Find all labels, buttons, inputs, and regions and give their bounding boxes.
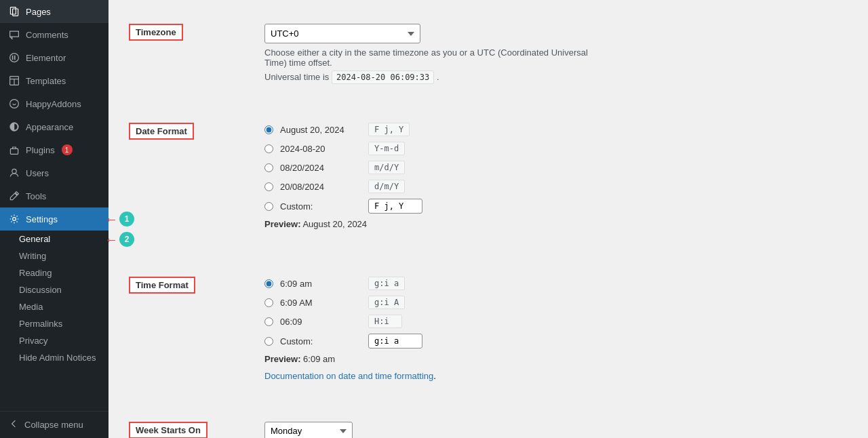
universal-prefix: Universal time is xyxy=(264,72,329,82)
date-format-radio-custom[interactable] xyxy=(264,202,273,211)
date-format-label-1: 2024-08-20 xyxy=(280,144,361,154)
sidebar-item-pages[interactable]: Pages xyxy=(0,0,108,23)
sidebar: Pages Comments Elementor Templates Happy… xyxy=(0,0,108,438)
timezone-select[interactable]: UTC+0 UTC+1 UTC-5 xyxy=(264,24,420,43)
date-format-option-1: 2024-08-20 Y-m-d xyxy=(264,142,848,155)
templates-icon xyxy=(8,75,20,87)
elementor-icon xyxy=(8,52,20,64)
date-format-label-0: August 20, 2024 xyxy=(280,125,361,135)
time-format-custom-input[interactable] xyxy=(368,334,422,349)
sidebar-item-templates[interactable]: Templates xyxy=(0,69,108,92)
week-starts-on-select[interactable]: Sunday Monday Tuesday Wednesday Thursday… xyxy=(264,422,353,438)
sidebar-subitem-hide-admin-notices[interactable]: Hide Admin Notices xyxy=(0,349,108,366)
settings-form-table: Timezone UTC+0 UTC+1 UTC-5 Choose either… xyxy=(129,14,848,438)
time-format-radio-2[interactable] xyxy=(264,317,273,326)
doc-link-suffix: . xyxy=(433,371,436,381)
svg-rect-0 xyxy=(10,7,16,14)
date-format-label-cell: Date Format xyxy=(129,113,264,246)
date-format-radio-3[interactable] xyxy=(264,182,273,191)
sidebar-item-settings-label: Settings xyxy=(26,214,58,224)
universal-time-value: 2024-08-20 06:09:33 xyxy=(332,71,434,84)
svg-rect-9 xyxy=(10,148,18,154)
time-format-code-0: g:i a xyxy=(368,277,405,290)
date-format-radio-0[interactable] xyxy=(264,125,273,134)
comments-icon xyxy=(8,28,20,41)
doc-link[interactable]: Documentation on date and time formattin… xyxy=(264,371,433,381)
svg-point-11 xyxy=(13,218,16,221)
happyaddons-icon xyxy=(8,98,20,110)
timezone-value-cell: UTC+0 UTC+1 UTC-5 Choose either a city i… xyxy=(264,14,848,92)
sidebar-subitem-writing[interactable]: Writing xyxy=(0,247,108,264)
time-format-label-0: 6:09 am xyxy=(280,279,361,289)
sidebar-subitem-permalinks[interactable]: Permalinks xyxy=(0,315,108,332)
time-format-code-2: H:i xyxy=(368,315,402,328)
date-format-preview-value: August 20, 2024 xyxy=(302,219,367,229)
sidebar-subitem-general[interactable]: General ← 2 xyxy=(0,231,108,247)
sidebar-bottom: Collapse menu xyxy=(0,411,108,438)
sidebar-item-users[interactable]: Users xyxy=(0,161,108,184)
badge-2: 2 xyxy=(119,232,134,247)
users-icon xyxy=(8,167,20,179)
sidebar-item-tools[interactable]: Tools xyxy=(0,184,108,207)
time-format-option-0: 6:09 am g:i a xyxy=(264,277,848,290)
week-starts-on-value-cell: Sunday Monday Tuesday Wednesday Thursday… xyxy=(264,412,848,438)
sidebar-item-plugins[interactable]: Plugins 1 xyxy=(0,138,108,161)
timezone-label-cell: Timezone xyxy=(129,14,264,92)
time-format-radio-0[interactable] xyxy=(264,279,273,288)
time-format-radio-custom[interactable] xyxy=(264,337,273,346)
sidebar-item-tools-label: Tools xyxy=(26,191,46,201)
sidebar-subitem-privacy[interactable]: Privacy xyxy=(0,332,108,349)
sidebar-subitem-reading[interactable]: Reading xyxy=(0,264,108,281)
time-format-value-cell: 6:09 am g:i a 6:09 AM g:i A 06:09 H:i Cu… xyxy=(264,266,848,391)
sidebar-item-happyaddons[interactable]: HappyAddons xyxy=(0,92,108,115)
time-format-label-2: 06:09 xyxy=(280,317,361,327)
timezone-label: Timezone xyxy=(129,24,183,41)
plugins-badge: 1 xyxy=(62,144,73,155)
date-format-radio-1[interactable] xyxy=(264,144,273,153)
sidebar-item-settings[interactable]: Settings ← 1 xyxy=(0,207,108,231)
plugins-icon xyxy=(8,144,20,156)
main-content: Timezone UTC+0 UTC+1 UTC-5 Choose either… xyxy=(108,0,868,438)
universal-suffix: . xyxy=(437,72,439,82)
time-format-preview-value: 6:09 am xyxy=(303,354,335,364)
time-format-label: Time Format xyxy=(129,277,195,294)
date-format-custom: Custom: xyxy=(264,199,848,214)
svg-point-10 xyxy=(12,169,16,173)
time-format-label-cell: Time Format xyxy=(129,266,264,391)
sidebar-subitem-discussion[interactable]: Discussion xyxy=(0,281,108,298)
settings-icon xyxy=(8,213,20,225)
sidebar-item-pages-label: Pages xyxy=(26,7,51,17)
tools-icon xyxy=(8,190,20,202)
date-format-custom-label: Custom: xyxy=(280,201,361,212)
date-format-value-cell: August 20, 2024 F j, Y 2024-08-20 Y-m-d … xyxy=(264,113,848,246)
date-format-label: Date Format xyxy=(129,123,194,140)
pages-icon xyxy=(8,5,20,18)
collapse-menu-button[interactable]: Collapse menu xyxy=(0,412,108,438)
time-format-option-2: 06:09 H:i xyxy=(264,315,848,328)
annotation-2: ← 2 xyxy=(104,232,134,247)
svg-point-8 xyxy=(10,100,19,108)
sidebar-item-comments[interactable]: Comments xyxy=(0,23,108,46)
time-format-option-1: 6:09 AM g:i A xyxy=(264,296,848,309)
week-starts-on-row: Week Starts On Sunday Monday Tuesday Wed… xyxy=(129,412,848,438)
sidebar-item-appearance[interactable]: Appearance xyxy=(0,115,108,138)
date-format-code-3: d/m/Y xyxy=(368,180,405,193)
collapse-icon xyxy=(8,418,19,431)
sidebar-item-appearance-label: Appearance xyxy=(26,122,73,132)
sidebar-item-comments-label: Comments xyxy=(26,30,68,40)
sidebar-item-elementor-label: Elementor xyxy=(26,53,66,63)
date-format-code-2: m/d/Y xyxy=(368,161,405,174)
timezone-description: Choose either a city in the same timezon… xyxy=(264,47,604,68)
sidebar-item-elementor[interactable]: Elementor xyxy=(0,46,108,69)
sidebar-item-plugins-label: Plugins xyxy=(26,145,55,155)
time-format-radio-1[interactable] xyxy=(264,298,273,307)
date-format-preview-label: Preview: xyxy=(264,219,300,229)
annotation-1: ← 1 xyxy=(104,212,134,226)
date-format-radio-2[interactable] xyxy=(264,163,273,172)
date-format-code-1: Y-m-d xyxy=(368,142,405,155)
time-format-code-1: g:i A xyxy=(368,296,405,309)
date-format-code-0: F j, Y xyxy=(368,123,410,136)
sidebar-subitem-media[interactable]: Media xyxy=(0,298,108,315)
date-format-custom-input[interactable] xyxy=(368,199,422,214)
time-format-label-1: 6:09 AM xyxy=(280,298,361,308)
